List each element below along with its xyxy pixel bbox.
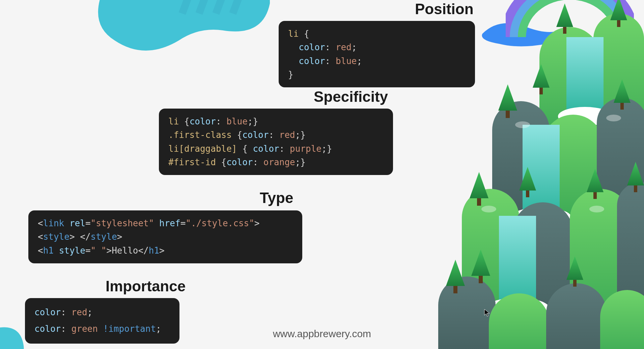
cursor-icon [484,309,490,317]
svg-rect-10 [597,98,644,253]
token-string: "stylesheet" [91,218,154,228]
svg-point-47 [515,121,530,128]
svg-point-49 [481,206,496,212]
token-colon: : [253,157,263,167]
svg-marker-28 [498,84,517,111]
svg-rect-37 [593,192,597,199]
heading-importance: Importance [106,278,186,295]
token-prop: color [253,144,279,154]
svg-rect-13 [462,189,519,349]
svg-rect-22 [600,290,644,349]
token-brace: } [288,69,293,80]
token-string: "./style.css" [186,218,254,228]
decorative-blob-top-left [94,0,270,61]
svg-rect-15 [570,189,631,349]
token-semi: ; [87,307,93,317]
token-selector: li [168,116,179,126]
heading-specificity: Specificity [314,88,388,105]
token-prop: color [190,116,216,126]
svg-rect-39 [634,185,637,192]
token-colon: : [61,307,71,317]
svg-rect-5 [593,13,644,182]
token-val: orange [263,157,295,167]
svg-marker-36 [519,167,536,191]
svg-point-48 [606,115,621,121]
token-semi: ; [352,42,357,52]
svg-rect-8 [492,101,550,243]
token-val: red [279,130,295,140]
token-prop: color [299,56,325,66]
svg-rect-29 [539,88,543,94]
svg-rect-6 [566,37,604,118]
code-block-type: <link rel="stylesheet" href="./style.css… [28,210,302,263]
token-val: red [72,307,87,317]
svg-rect-41 [453,286,457,293]
svg-marker-32 [614,79,631,103]
token-eq: = [85,218,91,228]
token-val: blue [226,116,248,126]
token-brace: ;} [295,130,306,140]
token-tag: style [43,232,69,242]
token-brace: ;} [295,157,306,167]
token-val: red [336,42,352,52]
svg-marker-34 [470,172,488,198]
token-prop: color [34,324,61,334]
svg-rect-4 [539,27,600,169]
token-tag: link [43,218,64,228]
svg-marker-44 [471,250,490,276]
token-gt: > [254,218,260,228]
svg-rect-21 [546,283,607,349]
svg-marker-30 [533,64,550,88]
token-val: green [72,324,98,334]
svg-point-18 [485,298,550,319]
token-attr-selector: [draggable] [179,144,237,154]
svg-rect-43 [479,276,483,283]
token-colon: : [269,130,279,140]
token-id: #first-id [168,157,216,167]
token-gt: > [107,245,112,256]
token-semi: ; [156,324,161,334]
token-colon: : [325,42,336,52]
code-block-specificity: li {color: blue;} .first-class {color: r… [159,109,393,175]
token-text: Hello [112,245,138,256]
token-semi: ; [357,56,362,66]
token-brace: { [237,144,253,154]
token-string: " " [91,245,107,256]
token-val: blue [336,56,357,66]
token-gt: > [69,232,75,242]
svg-marker-40 [627,162,644,185]
token-lt: < [38,218,43,228]
svg-rect-9 [543,115,604,250]
svg-rect-17 [499,216,536,310]
token-brace: ;} [321,144,332,154]
token-lt: </ [138,245,148,256]
svg-marker-38 [587,169,604,192]
token-selector: li [288,29,299,39]
token-brace: { [179,116,189,126]
token-attr: rel [69,218,85,228]
token-eq: = [180,218,186,228]
token-brace: { [299,29,309,39]
token-lt: < [38,232,43,242]
token-lt: < [38,245,43,256]
token-colon: : [216,116,226,126]
svg-rect-45 [573,280,577,287]
token-tag: h1 [149,245,159,256]
token-tag: style [91,232,117,242]
svg-rect-16 [617,182,644,349]
token-colon: : [279,144,290,154]
token-eq: = [85,245,91,256]
token-important: !important [103,324,156,334]
token-tag: h1 [43,245,54,256]
token-prop: color [226,157,253,167]
svg-point-12 [511,207,571,228]
heading-position: Position [415,1,474,18]
svg-rect-33 [477,198,481,206]
token-brace: { [216,157,226,167]
token-gt: > [117,232,122,242]
svg-marker-46 [566,256,583,280]
token-attr: style [59,245,85,256]
code-block-importance: color: red; color: green !important; [25,298,179,344]
token-colon: : [325,56,336,66]
footer-url: www.appbrewery.com [273,328,371,340]
